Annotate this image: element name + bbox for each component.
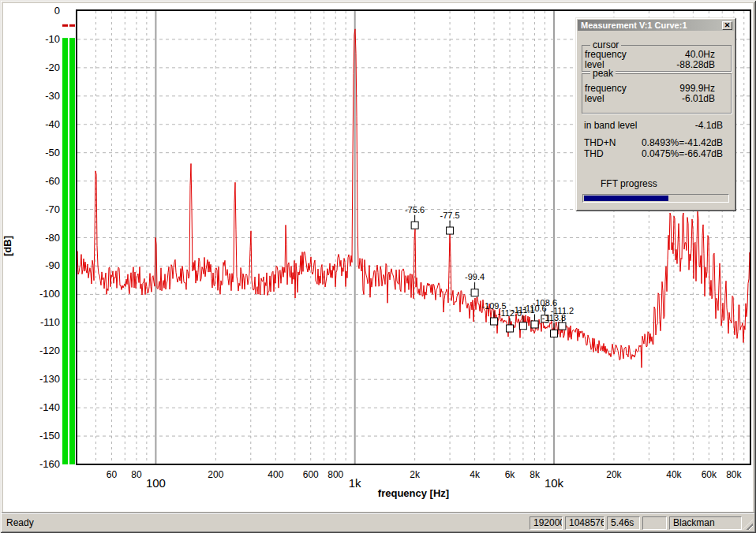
fft-progress-fill [584,196,668,201]
x-tick-label: 600 [303,469,319,480]
harmonic-marker [411,222,418,229]
x-tick-label: 60k [702,469,717,480]
peak-level-value: -6.01dB [682,94,715,104]
close-icon[interactable]: ✕ [722,21,732,30]
thd-row: THD 0.0475%=-66.47dB [584,149,723,159]
measurement-panel-titlebar[interactable]: Measurement V:1 Curve:1 ✕ [578,20,734,31]
x-tick-label-major: 10k [545,476,564,490]
harmonic-marker [447,227,454,234]
harmonic-marker-label: -77.5 [440,211,460,220]
y-tick-label: -140 [39,401,60,413]
x-tick-label: 800 [327,469,343,480]
thd-value: 0.0475%=-66.47dB [642,149,723,159]
x-tick-label: 4k [470,469,481,480]
cursor-level-value: -88.28dB [676,60,715,70]
thdn-label: THD+N [584,138,616,148]
y-tick-label: -110 [40,316,60,328]
thdn-value: 0.8493%=-41.42dB [642,138,723,148]
status-time: 5.46s [607,516,640,530]
x-tick-label: 80k [726,469,742,480]
y-tick-label: -100 [39,288,60,300]
x-tick-label: 40k [666,469,682,480]
x-tick-label: 80 [131,469,142,480]
y-tick-label: -20 [45,62,60,73]
y-tick-label: 0 [54,5,60,17]
x-tick-label-major: 100 [146,476,166,490]
y-tick-label: -150 [39,430,60,442]
meter-peak-hold-icon [69,24,75,27]
thd-label: THD [584,149,604,159]
in-band-level-label: in band level [584,121,637,131]
measurement-panel-title: Measurement V:1 Curve:1 [581,20,687,30]
meter-peak-hold-icon [62,24,68,27]
harmonic-marker [507,325,514,332]
x-axis-title: frequency [Hz] [378,487,449,499]
y-tick-label: -80 [45,232,60,244]
x-tick-label: 20k [606,469,622,480]
y-tick-label: -120 [39,345,60,356]
y-axis-title: [dB] [2,236,13,256]
resize-grip-icon[interactable] [743,520,753,530]
measurement-panel: Measurement V:1 Curve:1 ✕ cursor frequen… [575,17,736,211]
x-tick-label: 200 [208,469,223,480]
x-tick-label: 60 [107,469,118,480]
meter-bar [69,38,75,464]
harmonic-marker [531,321,538,328]
y-tick-label: -70 [45,203,60,215]
status-samplerate: 192000 [530,516,563,530]
in-band-level-value: -4.1dB [695,121,723,131]
thdn-row: THD+N 0.8493%=-41.42dB [584,138,723,148]
x-tick-label: 400 [268,469,283,480]
harmonic-marker [559,322,566,330]
y-tick-label: -30 [45,90,60,102]
y-tick-label: -50 [45,147,60,158]
x-tick-label: 8k [530,469,541,480]
y-tick-label: -60 [45,175,60,187]
fft-progress-bar [582,194,729,203]
fft-progress-label: FFT progress [601,178,657,189]
status-bar: Ready 192000 1048576 5.46s Blackman [2,513,754,531]
peak-level-label: level [585,94,604,104]
x-tick-label-major: 1k [349,476,361,490]
harmonic-markers: -75.6-77.5-99.4-109.5-112.0-111.1-110.6-… [405,205,574,337]
y-tick-label: -160 [39,458,60,470]
level-meter [62,24,75,464]
status-ready-text: Ready [6,517,34,528]
peak-group-label: peak [590,69,616,78]
status-window-function: Blackman [669,516,742,530]
y-tick-label: -90 [45,259,60,271]
peak-level-row: level -6.01dB [585,94,715,104]
meter-bar [62,38,68,464]
harmonic-marker-label: -75.6 [405,205,425,214]
harmonic-marker [471,289,478,296]
harmonic-marker-label: -99.4 [465,272,485,281]
y-tick-label: -10 [45,33,60,45]
in-band-level-row: in band level -4.1dB [584,121,723,131]
analyzer-window: -75.6-77.5-99.4-109.5-112.0-111.1-110.6-… [0,0,756,533]
status-fft-length: 1048576 [565,516,604,530]
x-tick-label: 2k [410,469,421,480]
x-tick-label: 6k [505,469,516,480]
harmonic-marker-label: -111.2 [551,306,574,315]
y-tick-label: -40 [45,118,60,130]
y-tick-label: -130 [39,373,60,385]
status-empty-panel [642,516,667,530]
harmonic-marker [551,330,558,337]
harmonic-marker [491,318,498,325]
harmonic-marker [519,322,526,330]
